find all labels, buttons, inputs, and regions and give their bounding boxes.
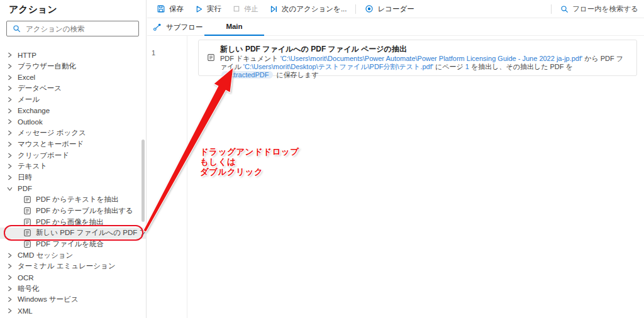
actions-panel-title: アクション bbox=[9, 4, 57, 16]
action-label: PDF からテキストを抽出 bbox=[36, 195, 119, 204]
sidebar-item-text[interactable]: テキスト bbox=[0, 161, 146, 172]
pdf-document-icon bbox=[23, 240, 31, 248]
desc-text: に保存します bbox=[274, 71, 318, 79]
search-icon bbox=[13, 25, 21, 33]
action-category-tree: HTTP ブラウザー自動化 Excel データベース メール Exchange … bbox=[0, 50, 146, 317]
chevron-right-icon bbox=[6, 96, 13, 103]
toolbar-separator bbox=[355, 4, 356, 14]
action-search-input[interactable] bbox=[25, 25, 138, 33]
sidebar-item-windows-services[interactable]: Windows サービス bbox=[0, 294, 146, 305]
sidebar-item-outlook[interactable]: Outlook bbox=[0, 116, 146, 128]
toolbar-separator bbox=[551, 4, 552, 14]
designer-toolbar: 保存 実行 停止 次のアクションを... レコーダー bbox=[147, 0, 644, 18]
variable-badge-extractedpdf: ExtractedPDF bbox=[221, 71, 273, 79]
target-pdf-path: 'C:\Users\morit\Desktop\テストファイル\PDF分割\テス… bbox=[243, 63, 433, 70]
search-icon bbox=[560, 5, 569, 13]
category-label: Exchange bbox=[18, 107, 50, 114]
source-pdf-path: 'C:\Users\morit\Documents\Power Automate… bbox=[280, 55, 582, 62]
tab-main[interactable]: Main bbox=[204, 18, 264, 36]
chevron-right-icon bbox=[6, 52, 13, 58]
power-automate-designer-window: アクション HTTP ブラウザー自動化 Excel データベース メール Exc… bbox=[0, 0, 644, 318]
stop-button[interactable]: 停止 bbox=[227, 0, 264, 18]
sidebar-item-mail[interactable]: メール bbox=[0, 94, 146, 106]
chevron-right-icon bbox=[6, 263, 13, 270]
sidebar-item-clipboard[interactable]: クリップボード bbox=[0, 150, 146, 161]
sidebar-item-database[interactable]: データベース bbox=[0, 83, 146, 94]
chevron-right-icon bbox=[6, 141, 13, 148]
chevron-right-icon bbox=[6, 296, 13, 303]
category-label: ターミナル エミュレーション bbox=[18, 261, 116, 271]
pdf-document-icon bbox=[23, 207, 31, 215]
sidebar-item-pdf[interactable]: PDF bbox=[0, 183, 146, 194]
sidebar-item-xml[interactable]: XML bbox=[0, 305, 146, 317]
sidebar-item-pdf-extract-text[interactable]: PDF からテキストを抽出 bbox=[0, 194, 146, 206]
subflow-icon bbox=[153, 23, 162, 31]
step-over-icon bbox=[270, 5, 278, 13]
category-label: テキスト bbox=[18, 162, 47, 171]
category-label: マウスとキーボード bbox=[18, 140, 84, 149]
sidebar-item-ocr[interactable]: OCR bbox=[0, 272, 146, 283]
category-label: Windows サービス bbox=[18, 295, 79, 304]
action-label: PDF ファイルを統合 bbox=[36, 239, 104, 249]
action-title: 新しい PDF ファイルへの PDF ファイル ページの抽出 bbox=[220, 45, 629, 54]
chevron-right-icon bbox=[6, 129, 13, 136]
category-label: Outlook bbox=[18, 118, 43, 126]
sidebar-item-exchange[interactable]: Exchange bbox=[0, 105, 146, 116]
sidebar-item-browser-automation[interactable]: ブラウザー自動化 bbox=[0, 61, 146, 72]
chevron-down-icon bbox=[6, 185, 13, 192]
recorder-button[interactable]: レコーダー bbox=[359, 0, 419, 18]
chevron-right-icon bbox=[6, 118, 13, 125]
sidebar-item-encryption[interactable]: 暗号化 bbox=[0, 283, 146, 294]
category-label: CMD セッション bbox=[18, 251, 73, 260]
stop-icon bbox=[233, 5, 240, 13]
sidebar-item-cmd-session[interactable]: CMD セッション bbox=[0, 249, 146, 261]
category-label: 日時 bbox=[18, 173, 32, 182]
sidebar-item-pdf-extract-pages[interactable]: 新しい PDF ファイルへの PDF ファイル ページの抽出 bbox=[0, 228, 146, 239]
sidebar-item-datetime[interactable]: 日時 bbox=[0, 172, 146, 184]
action-card-body: 新しい PDF ファイルへの PDF ファイル ページの抽出 PDF ドキュメン… bbox=[220, 43, 629, 75]
sidebar-item-excel[interactable]: Excel bbox=[0, 72, 146, 83]
category-label: OCR bbox=[18, 274, 34, 282]
action-label: PDF から画像を抽出 bbox=[36, 217, 104, 227]
recorder-label: レコーダー bbox=[377, 4, 414, 14]
desc-text: を抽出し、その抽出した PDF を bbox=[469, 63, 573, 70]
sidebar-item-message-box[interactable]: メッセージ ボックス bbox=[0, 128, 146, 139]
run-next-action-button[interactable]: 次のアクションを... bbox=[264, 0, 352, 18]
sidebar-item-pdf-merge[interactable]: PDF ファイルを統合 bbox=[0, 239, 146, 250]
gutter-divider bbox=[187, 36, 187, 318]
run-button[interactable]: 実行 bbox=[189, 0, 227, 18]
category-label: 暗号化 bbox=[18, 284, 40, 293]
sidebar-item-http[interactable]: HTTP bbox=[0, 50, 146, 61]
chevron-right-icon bbox=[6, 174, 13, 181]
flow-designer-main: 保存 実行 停止 次のアクションを... レコーダー bbox=[147, 0, 644, 318]
category-label: XML bbox=[18, 307, 33, 315]
actions-sidebar: アクション HTTP ブラウザー自動化 Excel データベース メール Exc… bbox=[0, 0, 147, 318]
sidebar-item-pdf-extract-images[interactable]: PDF から画像を抽出 bbox=[0, 216, 146, 228]
desc-text: PDF ドキュメント bbox=[220, 55, 280, 62]
category-label: PDF bbox=[18, 185, 32, 192]
recorder-icon bbox=[365, 4, 374, 13]
chevron-right-icon bbox=[6, 107, 13, 114]
search-flow-button[interactable]: フロー内を検索する bbox=[555, 0, 644, 18]
sidebar-item-mouse-keyboard[interactable]: マウスとキーボード bbox=[0, 139, 146, 150]
category-label: Excel bbox=[18, 74, 35, 81]
search-flow-label: フロー内を検索する bbox=[572, 4, 638, 14]
action-search-box[interactable] bbox=[6, 21, 139, 36]
run-next-action-label: 次のアクションを... bbox=[282, 4, 347, 14]
category-label: メール bbox=[18, 95, 40, 104]
sidebar-scrollbar[interactable] bbox=[142, 140, 145, 222]
flow-action-extract-pdf-pages[interactable]: 新しい PDF ファイルへの PDF ファイル ページの抽出 PDF ドキュメン… bbox=[198, 40, 637, 76]
tab-main-label: Main bbox=[226, 23, 242, 30]
flow-canvas[interactable]: 1 新しい PDF ファイルへの PDF ファイル ページの抽出 PDF ドキュ… bbox=[147, 36, 644, 318]
sidebar-item-terminal-emulation[interactable]: ターミナル エミュレーション bbox=[0, 261, 146, 272]
sidebar-item-pdf-extract-table[interactable]: PDF からテーブルを抽出する bbox=[0, 206, 146, 217]
stop-label: 停止 bbox=[244, 4, 258, 14]
category-label: クリップボード bbox=[18, 151, 69, 160]
action-row-number: 1 bbox=[147, 49, 160, 57]
action-label: PDF からテーブルを抽出する bbox=[36, 206, 133, 216]
save-icon bbox=[157, 4, 165, 13]
chevron-right-icon bbox=[6, 152, 13, 159]
save-button[interactable]: 保存 bbox=[151, 0, 189, 18]
desc-text: にページ bbox=[433, 63, 465, 70]
toolbar-right-group: フロー内を検索する bbox=[548, 0, 644, 18]
